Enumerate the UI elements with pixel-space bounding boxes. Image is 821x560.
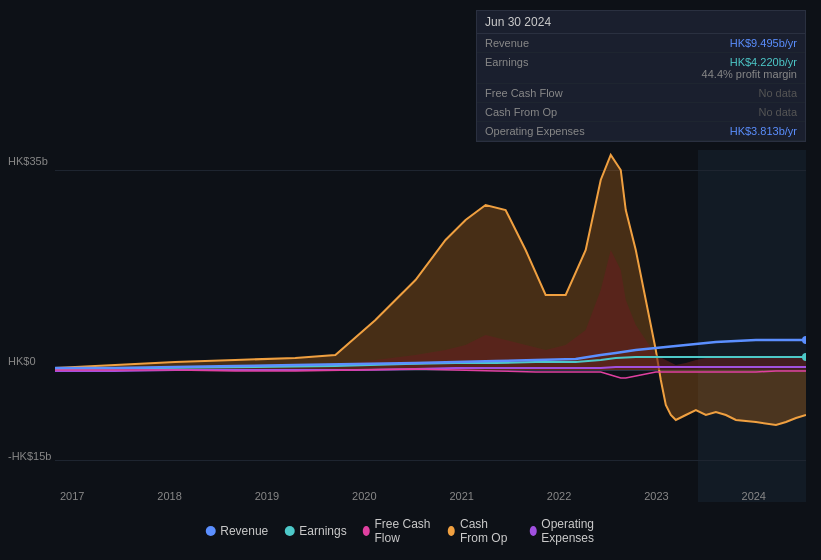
legend-label-revenue: Revenue bbox=[220, 524, 268, 538]
tooltip-date: Jun 30 2024 bbox=[477, 11, 805, 34]
chart-legend: Revenue Earnings Free Cash Flow Cash Fro… bbox=[205, 517, 616, 545]
legend-fcf[interactable]: Free Cash Flow bbox=[363, 517, 433, 545]
legend-dot-earnings bbox=[284, 526, 294, 536]
y-axis-zero: HK$0 bbox=[8, 355, 36, 367]
svg-point-2 bbox=[802, 336, 806, 344]
chart-svg bbox=[55, 150, 806, 470]
legend-label-earnings: Earnings bbox=[299, 524, 346, 538]
tooltip-fcf-label: Free Cash Flow bbox=[485, 87, 563, 99]
y-axis-low: -HK$15b bbox=[8, 450, 51, 462]
x-label-2018: 2018 bbox=[157, 490, 181, 502]
tooltip-earnings-value: HK$4.220b/yr bbox=[702, 56, 797, 68]
legend-opex[interactable]: Operating Expenses bbox=[529, 517, 615, 545]
tooltip-revenue-row: Revenue HK$9.495b/yr bbox=[477, 34, 805, 53]
tooltip-opex-row: Operating Expenses HK$3.813b/yr bbox=[477, 122, 805, 141]
legend-earnings[interactable]: Earnings bbox=[284, 524, 346, 538]
x-label-2022: 2022 bbox=[547, 490, 571, 502]
tooltip-box: Jun 30 2024 Revenue HK$9.495b/yr Earning… bbox=[476, 10, 806, 142]
tooltip-earnings-label: Earnings bbox=[485, 56, 528, 80]
tooltip-cash-op-row: Cash From Op No data bbox=[477, 103, 805, 122]
legend-label-opex: Operating Expenses bbox=[541, 517, 615, 545]
tooltip-opex-label: Operating Expenses bbox=[485, 125, 585, 137]
legend-dot-revenue bbox=[205, 526, 215, 536]
x-label-2017: 2017 bbox=[60, 490, 84, 502]
x-label-2020: 2020 bbox=[352, 490, 376, 502]
x-label-2023: 2023 bbox=[644, 490, 668, 502]
tooltip-profit-margin: 44.4% profit margin bbox=[702, 68, 797, 80]
tooltip-revenue-label: Revenue bbox=[485, 37, 529, 49]
tooltip-cash-op-label: Cash From Op bbox=[485, 106, 557, 118]
tooltip-revenue-value: HK$9.495b/yr bbox=[730, 37, 797, 49]
legend-dot-cash-op bbox=[448, 526, 455, 536]
legend-cash-op[interactable]: Cash From Op bbox=[448, 517, 513, 545]
tooltip-cash-op-value: No data bbox=[758, 106, 797, 118]
tooltip-opex-value: HK$3.813b/yr bbox=[730, 125, 797, 137]
tooltip-fcf-value: No data bbox=[758, 87, 797, 99]
y-axis-high: HK$35b bbox=[8, 155, 48, 167]
legend-dot-opex bbox=[529, 526, 536, 536]
x-axis-labels: 2017 2018 2019 2020 2021 2022 2023 2024 bbox=[0, 490, 821, 502]
x-label-2024: 2024 bbox=[742, 490, 766, 502]
legend-label-fcf: Free Cash Flow bbox=[374, 517, 432, 545]
legend-label-cash-op: Cash From Op bbox=[460, 517, 514, 545]
tooltip-earnings-row: Earnings HK$4.220b/yr 44.4% profit margi… bbox=[477, 53, 805, 84]
legend-dot-fcf bbox=[363, 526, 370, 536]
legend-revenue[interactable]: Revenue bbox=[205, 524, 268, 538]
x-label-2019: 2019 bbox=[255, 490, 279, 502]
x-label-2021: 2021 bbox=[449, 490, 473, 502]
chart-container: Jun 30 2024 Revenue HK$9.495b/yr Earning… bbox=[0, 0, 821, 560]
tooltip-fcf-row: Free Cash Flow No data bbox=[477, 84, 805, 103]
